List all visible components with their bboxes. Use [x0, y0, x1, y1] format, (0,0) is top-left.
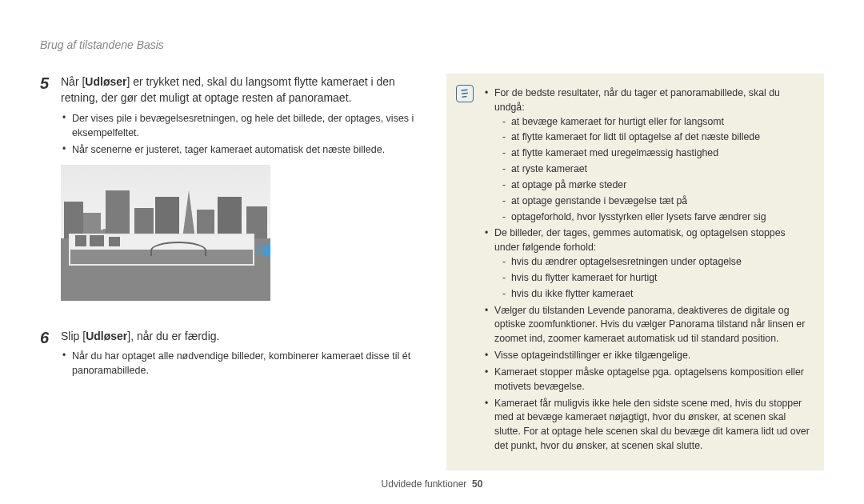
direction-arrow-icon	[257, 243, 270, 258]
dash: at ryste kameraet	[502, 162, 810, 177]
dash: at flytte kameraet for lidt til optagels…	[502, 130, 810, 145]
note-bullet: Kameraet stopper måske optagelse pga. op…	[485, 366, 810, 394]
footer-page: 50	[472, 478, 482, 490]
panorama-illustration	[61, 165, 270, 301]
step-number: 6	[40, 328, 53, 381]
note-icon	[456, 85, 474, 102]
step-5-text: Når [Udløser] er trykket ned, skal du la…	[61, 74, 424, 106]
step-number: 5	[40, 74, 53, 315]
t-bold: Udløser	[85, 75, 126, 88]
dash: at bevæge kameraet for hurtigt eller for…	[502, 115, 810, 130]
bullet: Når du har optaget alle nødvendige bille…	[62, 349, 424, 378]
t: Når [	[61, 75, 85, 88]
t: For de bedste resultater, når du tager e…	[494, 87, 780, 113]
note-box: For de bedste resultater, når du tager e…	[446, 74, 824, 470]
dash: at optage på mørke steder	[502, 178, 810, 193]
t: Slip [	[61, 330, 86, 342]
note-bullet: Vælger du tilstanden Levende panorama, d…	[485, 304, 810, 346]
dash: at optage genstande i bevægelse tæt på	[502, 194, 810, 209]
note-bullet: Visse optageindstillinger er ikke tilgæn…	[485, 349, 810, 363]
footer-label: Udvidede funktioner	[382, 478, 467, 490]
step-5: 5 Når [Udløser] er trykket ned, skal du …	[40, 74, 424, 315]
bullet: Når scenerne er justeret, tager kameraet…	[62, 142, 424, 157]
note-bullet: Kameraet får muligvis ikke hele den sids…	[485, 397, 810, 454]
dash: hvis du ikke flytter kameraet	[502, 287, 810, 302]
dash: at flytte kameraet med uregelmæssig hast…	[502, 146, 810, 161]
step-6-text: Slip [Udløser], når du er færdig.	[61, 328, 424, 344]
t: ], når du er færdig.	[127, 330, 219, 342]
bullet: Der vises pile i bevægelsesretningen, og…	[62, 111, 424, 140]
panorama-capture-frame	[69, 234, 254, 266]
dash: hvis du flytter kameraet for hurtigt	[502, 271, 810, 286]
page-footer: Udvidede funktioner 50	[0, 478, 864, 490]
step-6: 6 Slip [Udløser], når du er færdig. Når …	[40, 328, 424, 381]
t-bold: Udløser	[86, 330, 127, 342]
dash: optageforhold, hvor lysstyrken eller lys…	[502, 210, 810, 225]
page-header: Brug af tilstandene Basis	[40, 38, 824, 51]
dash: hvis du ændrer optagelsesretningen under…	[502, 255, 810, 270]
note-bullet: De billeder, der tages, gemmes automatis…	[485, 226, 810, 301]
note-bullet: For de bedste resultater, når du tager e…	[485, 86, 810, 224]
t: De billeder, der tages, gemmes automatis…	[494, 227, 786, 253]
